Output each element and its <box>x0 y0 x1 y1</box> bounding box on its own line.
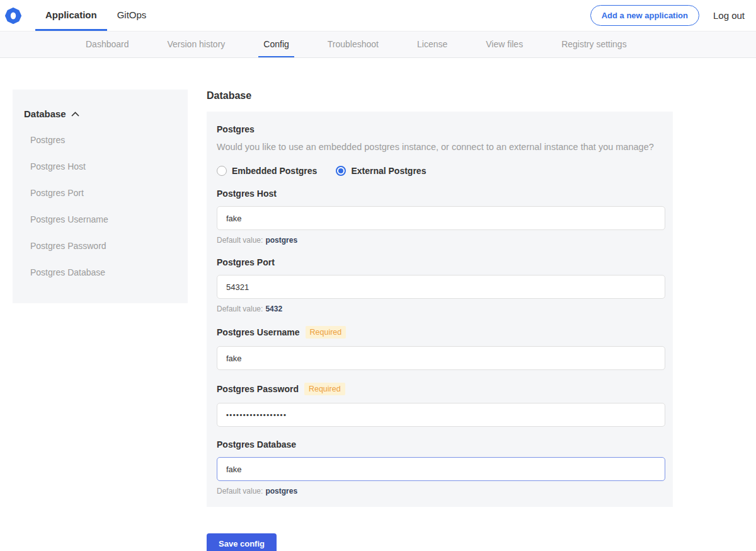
default-value-label: Default value: <box>217 304 263 313</box>
group-help-text: Would you like to use an embedded postgr… <box>217 142 665 152</box>
required-badge: Required <box>306 326 346 339</box>
page-title: Database <box>207 90 673 102</box>
sidebar-item-postgres-port[interactable]: Postgres Port <box>24 182 188 204</box>
radio-unchecked-icon[interactable] <box>217 166 227 176</box>
app-subnav: Dashboard Version history Config Trouble… <box>0 32 756 58</box>
field-postgres-host: Postgres Host Default value:postgres <box>217 188 665 245</box>
logout-link[interactable]: Log out <box>713 10 745 21</box>
subnav-tab-troubleshoot[interactable]: Troubleshoot <box>323 32 384 57</box>
tab-application[interactable]: Application <box>35 0 107 31</box>
sidebar-item-postgres-host[interactable]: Postgres Host <box>24 156 188 177</box>
config-group-panel: Postgres Would you like to use an embedd… <box>207 112 673 507</box>
radio-checked-icon[interactable] <box>336 166 346 176</box>
sidebar-item-postgres[interactable]: Postgres <box>24 129 188 151</box>
header-tabs: Application GitOps <box>35 0 156 31</box>
required-badge: Required <box>304 383 345 395</box>
group-label-postgres: Postgres <box>217 124 665 134</box>
field-postgres-database: Postgres Database Default value:postgres <box>217 439 665 496</box>
kots-logo-icon <box>5 8 21 24</box>
field-label: Postgres Username <box>217 327 300 337</box>
field-postgres-password: Postgres Password Required <box>217 383 665 427</box>
radio-external-postgres[interactable]: External Postgres <box>336 166 426 176</box>
default-value-line: Default value:postgres <box>217 236 665 245</box>
postgres-port-input[interactable] <box>217 275 665 299</box>
tab-gitops[interactable]: GitOps <box>107 0 157 31</box>
postgres-password-input[interactable] <box>217 403 665 427</box>
sidebar-group-label: Database <box>24 108 66 119</box>
app-header: Application GitOps Add a new application… <box>0 0 756 32</box>
sidebar-item-postgres-database[interactable]: Postgres Database <box>24 262 188 283</box>
default-value: postgres <box>265 487 297 496</box>
config-main: Database Postgres Would you like to use … <box>207 90 673 551</box>
radio-embedded-label: Embedded Postgres <box>232 166 317 176</box>
header-right: Add a new application Log out <box>590 0 756 31</box>
subnav-tab-version-history[interactable]: Version history <box>163 32 231 57</box>
default-value-label: Default value: <box>217 236 263 245</box>
field-postgres-username: Postgres Username Required <box>217 326 665 370</box>
save-config-button[interactable]: Save config <box>207 533 277 551</box>
subnav-tab-config[interactable]: Config <box>258 32 294 57</box>
config-sidebar: Database Postgres Postgres Host Postgres… <box>13 90 188 303</box>
chevron-up-icon <box>71 112 79 117</box>
default-value: postgres <box>265 236 297 245</box>
subnav-tab-registry-settings[interactable]: Registry settings <box>556 32 631 57</box>
default-value: 5432 <box>265 304 282 313</box>
postgres-host-input[interactable] <box>217 206 665 230</box>
add-new-application-button[interactable]: Add a new application <box>590 5 699 26</box>
postgres-database-input[interactable] <box>217 457 665 481</box>
subnav-tab-license[interactable]: License <box>412 32 452 57</box>
field-label: Postgres Password <box>217 384 299 394</box>
kots-logo <box>5 0 21 31</box>
sidebar-item-postgres-username[interactable]: Postgres Username <box>24 209 188 230</box>
postgres-radio-group: Embedded Postgres External Postgres <box>217 166 665 176</box>
postgres-username-input[interactable] <box>217 346 665 370</box>
subnav-tab-dashboard[interactable]: Dashboard <box>81 32 134 57</box>
default-value-line: Default value:postgres <box>217 487 665 496</box>
default-value-label: Default value: <box>217 487 263 496</box>
default-value-line: Default value:5432 <box>217 304 665 313</box>
field-postgres-port: Postgres Port Default value:5432 <box>217 257 665 313</box>
radio-external-label: External Postgres <box>351 166 426 176</box>
field-label: Postgres Port <box>217 257 275 267</box>
content-area: Database Postgres Postgres Host Postgres… <box>0 58 756 551</box>
sidebar-item-postgres-password[interactable]: Postgres Password <box>24 235 188 257</box>
subnav-tab-view-files[interactable]: View files <box>481 32 528 57</box>
radio-embedded-postgres[interactable]: Embedded Postgres <box>217 166 317 176</box>
field-label: Postgres Database <box>217 439 296 450</box>
field-label: Postgres Host <box>217 188 277 199</box>
sidebar-group-database[interactable]: Database <box>24 108 188 119</box>
